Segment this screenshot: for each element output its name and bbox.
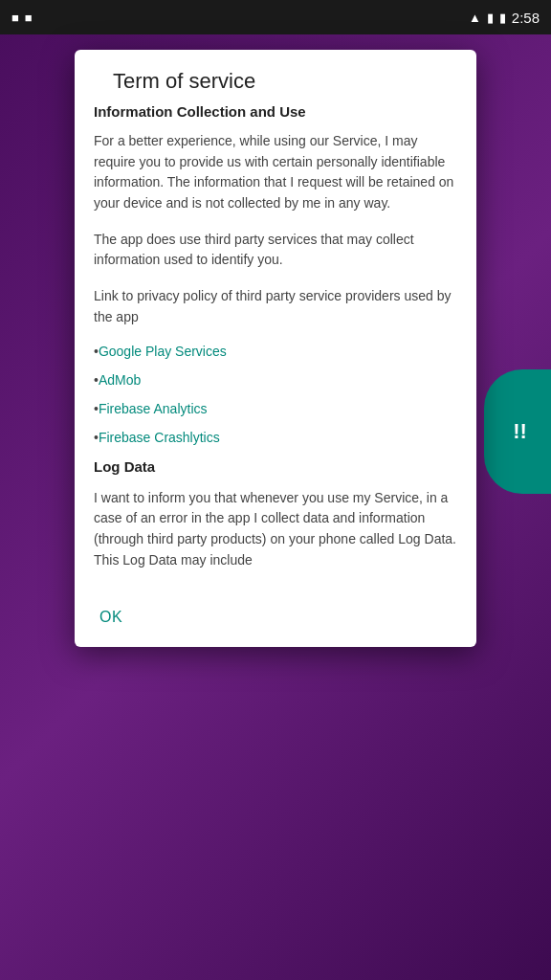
firebase-crashlytics-link[interactable]: Firebase Crashlytics [94,430,457,445]
dialog-title: Term of service [94,50,457,103]
info-collection-heading: Information Collection and Use [94,103,457,120]
battery-icon: ▮ [499,11,506,25]
notification-icon-2: ■ [25,11,33,25]
dialog-overlay: Term of service Information Collection a… [0,34,551,980]
signal-icon: ▮ [487,11,494,25]
ok-button[interactable]: OK [90,603,132,632]
info-paragraph-2: The app does use third party services th… [94,230,457,271]
status-bar-left: ■ ■ [11,11,463,25]
log-data-section: Log Data I want to inform you that whene… [94,458,457,571]
wifi-icon: ▲ [469,11,481,25]
info-paragraph-3: Link to privacy policy of third party se… [94,286,457,327]
firebase-analytics-link[interactable]: Firebase Analytics [94,401,457,416]
tos-dialog: Term of service Information Collection a… [75,50,476,647]
status-time: 2:58 [512,10,540,26]
log-data-heading: Log Data [94,458,457,475]
notification-icon-1: ■ [11,11,19,25]
log-data-paragraph: I want to inform you that whenever you u… [94,488,457,571]
dialog-content: Term of service Information Collection a… [75,50,476,595]
info-paragraph-1: For a better experience, while using our… [94,131,457,214]
admob-link[interactable]: AdMob [94,372,457,388]
status-bar: ■ ■ ▲ ▮ ▮ 2:58 [0,0,551,34]
dialog-footer: OK [75,595,476,647]
google-play-services-link[interactable]: Google Play Services [94,344,457,359]
info-collection-section: Information Collection and Use For a bet… [94,103,457,445]
